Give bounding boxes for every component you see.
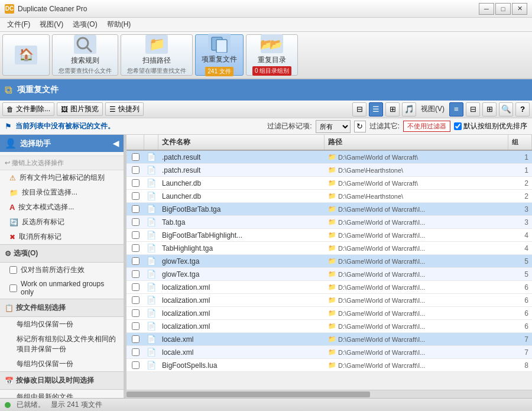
row-checkbox[interactable]	[132, 270, 140, 278]
row-checkbox-cell[interactable]	[126, 165, 144, 175]
table-row[interactable]: 📄 .patch.result 📁 D:\Game\Hearthstone\ 1	[126, 164, 532, 177]
row-checkbox[interactable]	[132, 257, 140, 265]
search-button[interactable]: 🔍	[499, 102, 513, 116]
row-checkbox-cell[interactable]	[126, 269, 144, 279]
row-checkbox-cell[interactable]	[126, 282, 144, 292]
menu-view[interactable]: 视图(V)	[35, 18, 68, 31]
table-row[interactable]: 📄 Launcher.db 📁 D:\Game\Hearthstone\ 2	[126, 190, 532, 203]
col-header-name[interactable]: 文件名称	[158, 135, 325, 150]
view-list2-button[interactable]: ⊟	[466, 102, 480, 116]
view-grid2-button[interactable]: ☰	[369, 102, 383, 116]
delete-button[interactable]: 🗑 文件删除...	[2, 102, 54, 116]
table-row[interactable]: 📄 Tab.tga 📁 D:\Game\World of Warcraft\I.…	[126, 216, 532, 229]
row-checkbox-cell[interactable]	[126, 360, 144, 370]
row-checkbox-cell[interactable]	[126, 334, 144, 344]
table-row[interactable]: 📄 locale.xml 📁 D:\Game\World of Warcraft…	[126, 333, 532, 346]
row-checkbox-cell[interactable]	[126, 152, 144, 162]
row-checkbox[interactable]	[132, 244, 140, 252]
row-checkbox[interactable]	[132, 283, 140, 291]
col-header-size[interactable]: 组	[508, 135, 532, 150]
keep-one-per-group-item2[interactable]: 每组均仅保留一份	[0, 357, 124, 371]
newest-file-item[interactable]: 每组中最新的文件	[0, 390, 124, 398]
current-selection-checkbox[interactable]	[9, 266, 17, 274]
table-row[interactable]: 📄 localization.xml 📁 D:\Game\World of Wa…	[126, 307, 532, 320]
view-grid1-button[interactable]: ⊟	[352, 102, 366, 116]
table-row[interactable]: 📄 glowTex.tga 📁 D:\Game\World of Warcraf…	[126, 255, 532, 268]
row-checkbox[interactable]	[132, 361, 140, 369]
row-checkbox-cell[interactable]	[126, 243, 144, 253]
col-header-check[interactable]	[126, 135, 144, 150]
row-checkbox[interactable]	[132, 192, 140, 200]
row-checkbox-cell[interactable]	[126, 256, 144, 266]
row-checkbox[interactable]	[132, 231, 140, 239]
sort-checkbox[interactable]	[454, 122, 462, 130]
table-row[interactable]: 📄 localization.xml 📁 D:\Game\World of Wa…	[126, 320, 532, 333]
keep-one-per-group-item1[interactable]: 每组均仅保留一份	[0, 317, 124, 332]
row-checkbox-cell[interactable]	[126, 295, 144, 305]
table-row[interactable]: 📄 localization.xml 📁 D:\Game\World of Wa…	[126, 281, 532, 294]
row-checkbox-cell[interactable]	[126, 321, 144, 331]
row-checkbox[interactable]	[132, 335, 140, 343]
row-checkbox-cell[interactable]	[126, 308, 144, 318]
col-header-path[interactable]: 路径	[325, 135, 508, 150]
keep-one-folder-item[interactable]: 标记所有组别以及文件夹相同的项目并保留一份	[0, 332, 124, 357]
toolbar-scan-path[interactable]: 📁 扫描路径 您希望在哪里查找文件	[121, 34, 193, 76]
table-row[interactable]: 📄 localization.xml 📁 D:\Game\World of Wa…	[126, 294, 532, 307]
close-button[interactable]: ✕	[512, 3, 527, 15]
quicklist-button[interactable]: ☰ 快捷列	[105, 102, 144, 116]
row-checkbox[interactable]	[132, 153, 140, 161]
no-filter-button[interactable]: 不使用过滤器	[403, 121, 450, 132]
menu-options[interactable]: 选项(O)	[68, 18, 102, 31]
minimize-button[interactable]: ─	[479, 3, 494, 15]
row-checkbox[interactable]	[132, 296, 140, 304]
row-checkbox[interactable]	[132, 179, 140, 187]
table-row[interactable]: 📄 Launcher.db 📁 D:\Game\World of Warcraf…	[126, 177, 532, 190]
view-list1-button[interactable]: ≡	[449, 102, 463, 116]
table-row[interactable]: 📄 TabHighlight.tga 📁 D:\Game\World of Wa…	[126, 242, 532, 255]
select-by-dir-item[interactable]: 📁 按目录位置选择...	[0, 185, 124, 200]
current-selection-checkbox-item[interactable]: 仅对当前所选行生效	[0, 263, 124, 277]
toolbar-search-rules[interactable]: 搜索规则 您需要查找什么文件	[52, 34, 118, 76]
horizontal-scrollbar[interactable]	[126, 390, 532, 398]
clear-all-marks-item[interactable]: ✖ 取消所有标记	[0, 229, 124, 244]
table-row[interactable]: 📄 BigFootSpells.lua 📁 D:\Game\World of W…	[126, 359, 532, 372]
row-checkbox[interactable]	[132, 218, 140, 226]
help-button[interactable]: ?	[515, 102, 530, 116]
row-checkbox[interactable]	[132, 309, 140, 317]
row-checkbox-cell[interactable]	[126, 230, 144, 240]
row-checkbox-cell[interactable]	[126, 178, 144, 188]
sort-checkbox-label[interactable]: 默认按组别优先排序	[454, 121, 527, 131]
table-row[interactable]: 📄 BigFootBarTabHighlight... 📁 D:\Game\Wo…	[126, 229, 532, 242]
invert-selection-item[interactable]: 🔄 反选所有标记	[0, 215, 124, 229]
table-row[interactable]: 📄 BigFootBarTab.tga 📁 D:\Game\World of W…	[126, 203, 532, 216]
filter-select[interactable]: 所有 已标记 未标记	[316, 120, 351, 133]
row-checkbox[interactable]	[132, 205, 140, 213]
row-checkbox-cell[interactable]	[126, 191, 144, 201]
table-row[interactable]: 📄 locale.xml 📁 D:\Game\World of Warcraft…	[126, 346, 532, 359]
row-checkbox[interactable]	[132, 166, 140, 174]
toolbar-duplicate-files[interactable]: 项重复文件 241 文件	[195, 34, 244, 76]
view-music-button[interactable]: 🎵	[402, 102, 416, 116]
maximize-button[interactable]: □	[495, 3, 511, 15]
row-checkbox-cell[interactable]	[126, 217, 144, 227]
row-checkbox-cell[interactable]	[126, 347, 144, 357]
all-marked-groups-item[interactable]: ⚠ 所有文件均已被标记的组别	[0, 170, 124, 185]
row-checkbox[interactable]	[132, 348, 140, 356]
unmarked-groups-checkbox[interactable]	[9, 284, 17, 292]
row-checkbox[interactable]	[132, 322, 140, 330]
hscroll-thumb[interactable]	[126, 391, 370, 397]
table-row[interactable]: 📄 glowTex.tga 📁 D:\Game\World of Warcraf…	[126, 268, 532, 281]
menu-file[interactable]: 文件(F)	[2, 18, 35, 31]
table-row[interactable]: 📄 .patch.result 📁 D:\Game\World of Warcr…	[126, 151, 532, 164]
toolbar-home[interactable]: 🏠	[2, 34, 50, 76]
view-list3-button[interactable]: ⊞	[482, 102, 497, 116]
panel-collapse-arrow[interactable]: ◀	[113, 139, 119, 148]
row-checkbox-cell[interactable]	[126, 204, 144, 214]
menu-help[interactable]: 帮助(H)	[102, 18, 136, 31]
preview-button[interactable]: 🖼 图片预览	[57, 102, 103, 116]
filter-refresh-button[interactable]: ↻	[354, 121, 366, 132]
toolbar-duplicate-dir[interactable]: 📂📂 重复目录 0 组目录组别	[246, 34, 298, 76]
select-by-text-item[interactable]: A 按文本模式选择...	[0, 200, 124, 215]
unmarked-groups-checkbox-item[interactable]: Work on unmarked groups only	[0, 277, 124, 299]
view-grid3-button[interactable]: ⊞	[385, 102, 400, 116]
